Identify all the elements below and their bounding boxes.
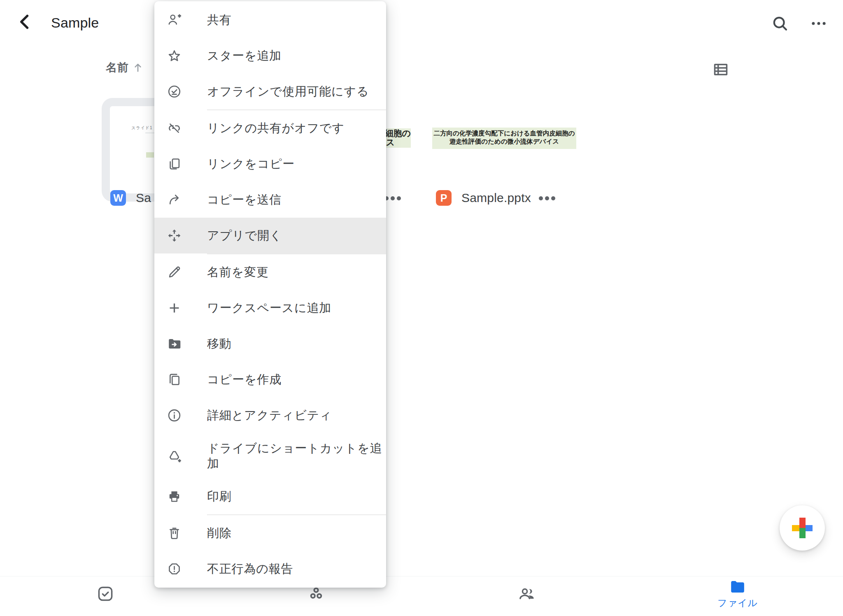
view-list-icon: [712, 61, 729, 78]
menu-item-copy-link[interactable]: リンクをコピー: [154, 146, 386, 182]
file-more-button[interactable]: [539, 196, 555, 200]
powerpoint-file-badge: P: [436, 190, 452, 206]
menu-item-make-copy[interactable]: コピーを作成: [154, 362, 386, 397]
file-item-word[interactable]: W Sa: [110, 190, 151, 206]
menu-item-open-with-app[interactable]: アプリで開く: [154, 218, 386, 253]
file-context-menu: 共有 スターを追加 オフラインで使用可能にする リンクの共有がオフです リンクを…: [154, 1, 386, 588]
file-more-button[interactable]: [384, 196, 401, 200]
menu-item-details-activity[interactable]: 詳細とアクティビティ: [154, 397, 386, 433]
move-folder-icon: [167, 336, 182, 351]
overflow-menu-button[interactable]: [810, 16, 827, 30]
slide-title-line: 遊走性評価のための微小流体デバイス: [432, 137, 576, 146]
menu-item-move[interactable]: 移動: [154, 326, 386, 362]
nav-tab-shared[interactable]: [422, 576, 632, 616]
copy-icon: [167, 372, 182, 387]
bottom-navigation-bar: ファイル: [0, 576, 843, 616]
chevron-left-icon: [16, 12, 35, 31]
info-icon: [167, 408, 182, 423]
menu-item-send-copy[interactable]: コピーを送信: [154, 182, 386, 218]
menu-item-print[interactable]: 印刷: [154, 479, 386, 514]
print-icon: [167, 489, 182, 504]
menu-item-rename[interactable]: 名前を変更: [154, 254, 386, 290]
thumbnail-green-chip: [146, 152, 154, 158]
menu-item-add-shortcut-to-drive[interactable]: ドライブにショートカットを追加: [154, 433, 386, 479]
send-copy-icon: [167, 192, 182, 207]
sort-label: 名前: [106, 60, 129, 75]
sort-ascending-icon: [131, 61, 144, 74]
menu-item-share[interactable]: 共有: [154, 2, 386, 38]
people-icon: [517, 585, 536, 603]
word-file-badge: W: [110, 190, 126, 206]
menu-item-add-to-workspace[interactable]: ワークスペースに追加: [154, 290, 386, 326]
menu-item-delete[interactable]: 削除: [154, 515, 386, 551]
slide-title-line: 二方向の化学濃度勾配下における血管内皮細胞の: [432, 129, 576, 137]
star-icon: [167, 48, 182, 63]
plus-icon: [167, 300, 182, 316]
back-button[interactable]: [16, 12, 35, 31]
thumbnail-caption: スライド1: [131, 125, 153, 131]
more-horiz-icon: [810, 16, 827, 30]
menu-item-link-sharing-off[interactable]: リンクの共有がオフです: [154, 110, 386, 146]
offline-pin-icon: [167, 84, 182, 99]
file-thumbnail-slide-3[interactable]: 二方向の化学濃度勾配下における血管内皮細胞の 遊走性評価のための微小流体デバイス: [432, 128, 576, 149]
page-title: Sample: [51, 15, 99, 31]
menu-item-make-available-offline[interactable]: オフラインで使用可能にする: [154, 74, 386, 109]
copy-link-icon: [167, 156, 182, 172]
menu-item-add-star[interactable]: スターを追加: [154, 38, 386, 74]
drive-shortcut-icon: [167, 449, 182, 464]
link-off-icon: [167, 121, 182, 136]
file-item-pptx[interactable]: P Sample.pptx: [436, 190, 531, 206]
sort-control[interactable]: 名前: [106, 60, 144, 75]
folder-icon: [729, 578, 747, 595]
list-view-toggle-button[interactable]: [712, 61, 729, 78]
rename-pencil-icon: [167, 265, 182, 280]
file-name: Sample.pptx: [461, 191, 531, 205]
check-square-icon: [96, 585, 114, 603]
thumbnail-text-line: [145, 132, 154, 133]
nav-tab-files[interactable]: ファイル: [632, 576, 843, 616]
report-abuse-icon: [167, 561, 182, 576]
search-button[interactable]: [771, 14, 789, 33]
open-with-icon: [167, 228, 182, 243]
person-add-icon: [167, 12, 182, 28]
create-new-fab[interactable]: [780, 505, 825, 551]
nav-tab-label: ファイル: [717, 597, 758, 609]
menu-item-report-abuse[interactable]: 不正行為の報告: [154, 551, 386, 587]
search-icon: [771, 14, 789, 33]
file-name: Sa: [136, 191, 151, 205]
delete-trash-icon: [167, 525, 182, 541]
